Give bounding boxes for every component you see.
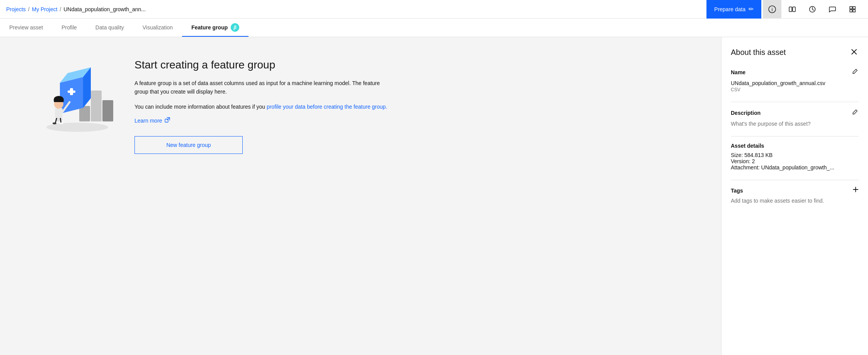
description-placeholder: What's the purpose of this asset? [731, 121, 859, 127]
name-label: Name [731, 69, 745, 75]
tab-preview-asset[interactable]: Preview asset [0, 19, 52, 37]
svg-rect-6 [853, 7, 855, 9]
svg-rect-10 [91, 90, 102, 121]
asset-version: Version: 2 [731, 158, 859, 164]
feature-group-desc2: You can include more information about f… [134, 102, 394, 111]
new-feature-group-button[interactable]: New feature group [134, 136, 243, 154]
prepare-data-button[interactable]: Prepare data ✏ [706, 0, 761, 19]
history-icon-button[interactable] [803, 0, 822, 19]
svg-rect-11 [102, 100, 113, 121]
name-value: UNdata_population_growth_annual.csv [731, 80, 859, 86]
chat-icon-button[interactable] [823, 0, 842, 19]
tags-label: Tags [731, 188, 743, 194]
breadcrumb-sep-2: / [60, 6, 61, 12]
content-area: Start creating a feature group A feature… [0, 37, 721, 355]
divider-2 [731, 136, 859, 137]
name-edit-button[interactable] [851, 68, 859, 77]
breadcrumb-project[interactable]: My Project [32, 6, 57, 12]
svg-marker-13 [60, 77, 83, 114]
breadcrumb: Projects / My Project / UNdata_populatio… [6, 6, 146, 12]
svg-rect-7 [850, 10, 852, 12]
main-layout: Start creating a feature group A feature… [0, 37, 868, 355]
add-tag-button[interactable] [853, 186, 859, 195]
svg-text:i: i [772, 7, 773, 12]
panel-tags-header: Tags [731, 186, 859, 195]
feature-group-text: Start creating a feature group A feature… [134, 56, 394, 154]
svg-rect-8 [853, 10, 855, 12]
tab-feature-group[interactable]: Feature group β [182, 19, 248, 37]
right-panel: About this asset Name UNdata_population_… [721, 37, 868, 355]
beta-badge: β [231, 23, 239, 32]
panel-title: About this asset [731, 48, 786, 57]
asset-details-label: Asset details [731, 143, 764, 149]
name-type: CSV [731, 87, 859, 92]
description-edit-button[interactable] [851, 108, 859, 118]
asset-attachment: Attachment: UNdata_population_growth_... [731, 164, 859, 171]
top-bar-actions: Prepare data ✏ i [706, 0, 862, 19]
svg-point-21 [53, 123, 56, 125]
svg-rect-3 [793, 7, 795, 12]
description-label: Description [731, 110, 761, 116]
svg-rect-5 [850, 7, 852, 9]
external-link-icon [165, 117, 170, 124]
tab-bar: Preview asset Profile Data quality Visua… [0, 19, 868, 37]
grid-icon-button[interactable] [843, 0, 862, 19]
close-panel-button[interactable] [849, 46, 859, 58]
feature-group-content: Start creating a feature group A feature… [0, 56, 425, 154]
svg-rect-17 [70, 88, 73, 95]
feature-group-desc1: A feature group is a set of data asset c… [134, 79, 394, 96]
breadcrumb-sep-1: / [28, 6, 30, 12]
tab-visualization[interactable]: Visualization [133, 19, 182, 37]
svg-point-22 [60, 123, 63, 125]
asset-size: Size: 584.813 KB [731, 152, 859, 158]
breadcrumb-projects[interactable]: Projects [6, 6, 26, 12]
tab-data-quality[interactable]: Data quality [86, 19, 133, 37]
top-bar: Projects / My Project / UNdata_populatio… [0, 0, 868, 19]
tab-profile[interactable]: Profile [52, 19, 86, 37]
divider-1 [731, 102, 859, 102]
panel-asset-details-section: Asset details Size: 584.813 KB Version: … [731, 143, 859, 171]
learn-more-link[interactable]: Learn more [134, 117, 170, 124]
info-icon-button[interactable]: i [763, 0, 781, 19]
panel-desc-header: Description [731, 108, 859, 118]
breadcrumb-file: UNdata_population_growth_ann... [63, 6, 146, 12]
tags-placeholder: Add tags to make assets easier to find. [731, 198, 859, 204]
pencil-icon: ✏ [749, 5, 754, 13]
panel-header: About this asset [731, 46, 859, 58]
panel-name-header: Name [731, 68, 859, 77]
split-view-icon-button[interactable] [783, 0, 802, 19]
divider-3 [731, 180, 859, 180]
svg-rect-2 [789, 7, 792, 12]
profile-data-link[interactable]: profile your data before creating the fe… [267, 104, 387, 110]
feature-group-illustration [31, 56, 116, 141]
panel-description-section: Description What's the purpose of this a… [731, 108, 859, 127]
svg-rect-23 [55, 108, 63, 118]
feature-group-heading: Start creating a feature group [134, 59, 394, 71]
panel-tags-section: Tags Add tags to make assets easier to f… [731, 186, 859, 204]
panel-asset-header: Asset details [731, 143, 859, 149]
panel-name-section: Name UNdata_population_growth_annual.csv… [731, 68, 859, 92]
